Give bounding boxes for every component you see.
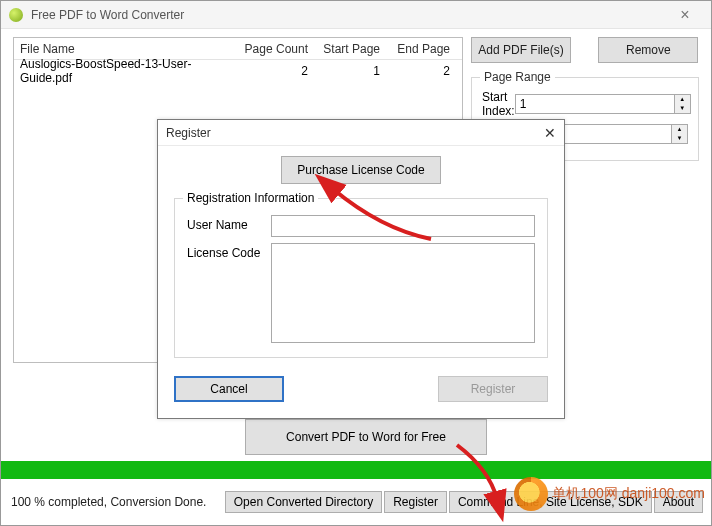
cancel-button[interactable]: Cancel xyxy=(174,376,284,402)
col-endpage-header[interactable]: End Page xyxy=(386,42,456,56)
spin-up-icon[interactable]: ▲ xyxy=(675,95,690,104)
cell-startpage: 1 xyxy=(314,64,386,78)
col-startpage-header[interactable]: Start Page xyxy=(314,42,386,56)
cell-pagecount: 2 xyxy=(236,64,314,78)
registration-info-group: Registration Information User Name Licen… xyxy=(174,198,548,358)
dialog-title: Register xyxy=(166,126,211,140)
register-dialog: Register ✕ Purchase License Code Registr… xyxy=(157,119,565,419)
user-name-label: User Name xyxy=(187,215,271,232)
start-index-label: Start Index: xyxy=(482,90,515,118)
cell-endpage: 2 xyxy=(386,64,456,78)
table-row[interactable]: Auslogics-BoostSpeed-13-User-Guide.pdf 2… xyxy=(14,60,462,82)
dialog-titlebar: Register ✕ xyxy=(158,120,564,146)
watermark-logo-icon xyxy=(514,477,548,511)
purchase-license-button[interactable]: Purchase License Code xyxy=(281,156,441,184)
cell-filename: Auslogics-BoostSpeed-13-User-Guide.pdf xyxy=(20,57,236,85)
col-pagecount-header[interactable]: Page Count xyxy=(236,42,314,56)
title-bar: Free PDF to Word Converter × xyxy=(1,1,711,29)
watermark: 单机100网 danji100.com xyxy=(514,477,705,511)
page-range-legend: Page Range xyxy=(480,70,555,84)
remove-button[interactable]: Remove xyxy=(598,37,698,63)
user-name-input[interactable] xyxy=(271,215,535,237)
add-pdf-button[interactable]: Add PDF File(s) xyxy=(471,37,571,63)
spin-up-icon[interactable]: ▲ xyxy=(672,125,687,134)
open-converted-dir-button[interactable]: Open Converted Directory xyxy=(225,491,382,513)
watermark-text: 单机100网 danji100.com xyxy=(552,485,705,503)
register-button[interactable]: Register xyxy=(438,376,548,402)
license-code-input[interactable] xyxy=(271,243,535,343)
license-code-label: License Code xyxy=(187,243,271,260)
spin-down-icon[interactable]: ▼ xyxy=(672,134,687,143)
start-index-spinner[interactable]: ▲▼ xyxy=(515,94,691,114)
col-filename-header[interactable]: File Name xyxy=(20,42,236,56)
dialog-close-button[interactable]: ✕ xyxy=(544,125,556,141)
start-index-input[interactable] xyxy=(515,94,675,114)
window-close-button[interactable]: × xyxy=(667,6,703,24)
register-footer-button[interactable]: Register xyxy=(384,491,447,513)
convert-button[interactable]: Convert PDF to Word for Free xyxy=(245,419,487,455)
window-title: Free PDF to Word Converter xyxy=(31,8,184,22)
spin-down-icon[interactable]: ▼ xyxy=(675,104,690,113)
registration-legend: Registration Information xyxy=(183,191,318,205)
app-icon xyxy=(9,8,23,22)
status-text: 100 % completed, Conversion Done. xyxy=(11,495,223,509)
